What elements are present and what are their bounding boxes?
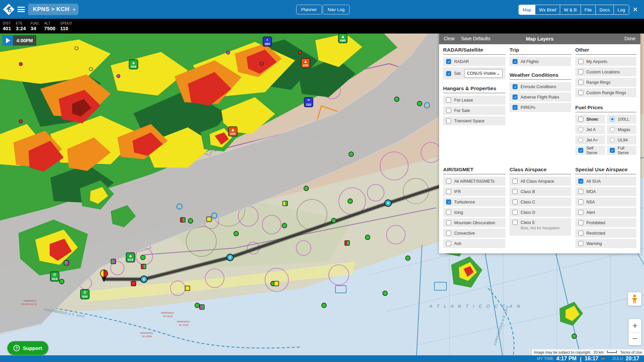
wx-dot-marker[interactable] xyxy=(75,47,78,50)
fuel-jetaplus-row[interactable]: Jet A+ xyxy=(575,135,605,144)
class-d-checkbox[interactable] xyxy=(513,210,518,215)
sat-source-select[interactable]: CONUS-Visible ⌄ xyxy=(464,69,502,78)
clear-button[interactable]: Clear xyxy=(444,36,455,41)
all-class-airspace-checkbox[interactable] xyxy=(513,179,518,184)
metar-square-marker[interactable] xyxy=(200,305,204,309)
layer-row-for-sale[interactable]: For Sale xyxy=(443,106,505,115)
moa-checkbox[interactable] xyxy=(578,189,583,194)
class-c-checkbox[interactable] xyxy=(513,199,518,204)
metar-square-marker[interactable] xyxy=(64,260,69,265)
adverse-flight-rules-checkbox[interactable] xyxy=(513,95,518,100)
station-marker[interactable] xyxy=(188,219,193,223)
layer-row-transient-space[interactable]: Transient Space xyxy=(443,116,505,125)
fuel-mogas-row[interactable]: Mogas xyxy=(607,125,637,134)
waypoint-v-marker[interactable]: V xyxy=(227,254,233,261)
layer-row-enroute-conditions[interactable]: Enroute Conditions xyxy=(509,82,571,91)
tab-wx-brief[interactable]: Wx Brief xyxy=(535,5,560,14)
layer-row-ash[interactable]: Ash xyxy=(443,239,505,248)
support-button[interactable]: ? Support xyxy=(7,341,48,355)
layer-row-moa[interactable]: MOA xyxy=(575,187,636,196)
class-e-checkbox[interactable] xyxy=(513,220,518,225)
map-badge[interactable]: ▲080 xyxy=(338,34,347,43)
mountain-obscuration-checkbox[interactable] xyxy=(446,220,451,225)
zoom-in-button[interactable]: + xyxy=(629,319,641,332)
layer-row-mountain-obscuration[interactable]: Mountain Obscuration xyxy=(443,218,505,227)
alert-checkbox[interactable] xyxy=(578,210,583,215)
turbulence-checkbox[interactable] xyxy=(446,199,451,204)
metar-square-marker[interactable] xyxy=(274,281,279,286)
custom-locations-checkbox[interactable] xyxy=(578,69,583,74)
metar-square-marker[interactable] xyxy=(185,286,190,291)
map-badge[interactable]: ▲015 xyxy=(126,253,135,262)
waypoint-v-marker[interactable]: V xyxy=(141,276,147,283)
station-marker[interactable] xyxy=(365,235,370,240)
close-icon[interactable]: ✕ xyxy=(631,4,639,14)
wx-dot-marker[interactable] xyxy=(226,51,230,54)
transient-space-checkbox[interactable] xyxy=(446,118,451,123)
wx-dot-marker[interactable] xyxy=(19,62,22,66)
wx-dot-marker[interactable] xyxy=(117,74,120,78)
tab-map[interactable]: Map xyxy=(519,5,535,14)
station-marker[interactable] xyxy=(59,279,64,284)
fuel-show-row[interactable]: Show: xyxy=(575,115,605,124)
layer-row-radar[interactable]: RADAR xyxy=(443,57,505,66)
layer-row-adverse-flight-rules[interactable]: Adverse Flight Rules xyxy=(509,93,571,102)
station-marker[interactable] xyxy=(234,231,238,236)
layer-row-for-lease[interactable]: For Lease xyxy=(443,96,505,105)
layer-row-turbulence[interactable]: Turbulence xyxy=(443,197,505,206)
custom-range-rings-checkbox[interactable] xyxy=(578,90,583,95)
wx-dot-marker[interactable] xyxy=(89,67,93,71)
station-marker[interactable] xyxy=(417,101,422,106)
map-badge[interactable]: Ø024 xyxy=(50,272,59,281)
metar-square-marker[interactable] xyxy=(283,201,287,206)
for-sale-checkbox[interactable] xyxy=(446,108,451,113)
warning-checkbox[interactable] xyxy=(578,241,583,246)
metar-square-marker[interactable] xyxy=(180,218,185,222)
waypoint-v-marker[interactable]: V xyxy=(385,200,391,206)
fuel-ul94-radio[interactable] xyxy=(610,137,615,142)
range-rings-checkbox[interactable] xyxy=(578,80,583,85)
layer-row-class-c[interactable]: Class C xyxy=(509,197,571,206)
ash-checkbox[interactable] xyxy=(446,241,451,246)
edit-time-icon[interactable]: ✏ xyxy=(601,356,605,361)
fuel-mogas-radio[interactable] xyxy=(610,127,615,132)
layer-row-warning[interactable]: Warning xyxy=(575,239,636,248)
map-badge[interactable]: ☂110 xyxy=(304,98,313,107)
menu-icon[interactable] xyxy=(17,6,25,13)
layer-row-custom-range-rings[interactable]: Custom Range Rings xyxy=(575,88,636,97)
restricted-checkbox[interactable] xyxy=(578,231,583,236)
layer-row-range-rings[interactable]: Range Rings xyxy=(575,78,636,87)
fuel-100ll-radio[interactable] xyxy=(610,117,615,122)
layer-row-prohibited[interactable]: Prohibited xyxy=(575,218,636,227)
station-marker[interactable] xyxy=(195,303,200,308)
app-logo[interactable] xyxy=(1,2,16,17)
station-marker[interactable] xyxy=(331,218,336,223)
fuel-self-serve-row[interactable]: Self Serve xyxy=(575,146,605,155)
fuel-ul94-row[interactable]: UL94 xyxy=(607,135,637,144)
map-badge[interactable]: ▲006 xyxy=(129,60,138,69)
add-flight-button[interactable]: + xyxy=(70,5,78,14)
layer-row-all-airmet-sigmets[interactable]: All AIRMET/SIGMETs xyxy=(443,177,505,186)
tab-file[interactable]: File xyxy=(581,5,596,14)
planner-button[interactable]: Planner xyxy=(296,5,322,14)
metar-square-marker[interactable] xyxy=(345,241,350,245)
metar-square-marker[interactable] xyxy=(141,264,146,269)
fuel-jetaplus-radio[interactable] xyxy=(578,137,583,142)
station-marker[interactable] xyxy=(572,334,577,339)
station-marker[interactable] xyxy=(141,255,145,260)
full-serve-checkbox[interactable] xyxy=(610,148,615,153)
map-badge[interactable]: ∧380 xyxy=(263,37,272,46)
wx-dot-marker[interactable] xyxy=(299,51,302,54)
station-marker[interactable] xyxy=(383,291,387,296)
class-b-checkbox[interactable] xyxy=(513,189,518,194)
layer-row-nsa[interactable]: NSA xyxy=(575,197,636,206)
tab-log[interactable]: Log xyxy=(614,5,629,14)
layer-row-pireps[interactable]: PIREPs xyxy=(509,103,571,112)
all-airmet-sigmets-checkbox[interactable] xyxy=(446,179,451,184)
zoom-out-button[interactable]: − xyxy=(629,333,641,346)
play-button[interactable] xyxy=(2,35,13,46)
layer-row-ifr[interactable]: IFR xyxy=(443,187,505,196)
tab-wb[interactable]: W & B xyxy=(560,5,581,14)
layer-row-sat[interactable]: Sat. CONUS-Visible ⌄ xyxy=(443,67,505,79)
station-marker[interactable] xyxy=(406,256,410,260)
